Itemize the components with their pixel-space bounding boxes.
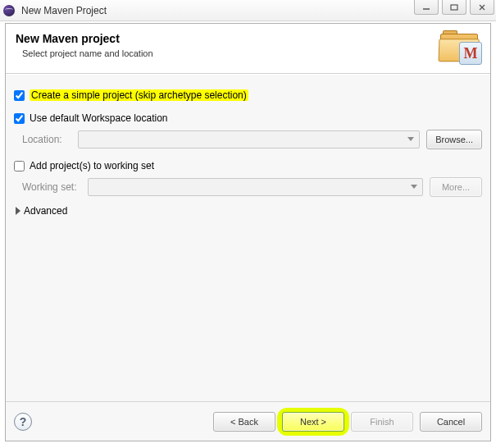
add-to-working-set-label: Add project(s) to working set xyxy=(30,160,154,171)
next-highlight: Next > xyxy=(282,412,344,432)
svg-marker-5 xyxy=(411,185,417,189)
location-row: Location: Browse... xyxy=(22,130,482,149)
working-set-combo xyxy=(88,178,423,196)
banner-title: New Maven project xyxy=(16,32,153,45)
simple-project-label: Create a simple project (skip archetype … xyxy=(30,89,248,101)
maven-project-icon: M xyxy=(438,30,480,65)
next-button[interactable]: Next > xyxy=(282,412,344,432)
eclipse-icon xyxy=(3,5,15,16)
dialog-body: Create a simple project (skip archetype … xyxy=(6,74,490,401)
dialog: New Maven project Select project name an… xyxy=(5,23,491,441)
banner-subtitle: Select project name and location xyxy=(22,48,153,58)
dropdown-icon xyxy=(404,134,417,145)
banner: New Maven project Select project name an… xyxy=(6,24,490,74)
app-icon xyxy=(3,4,16,17)
help-icon[interactable]: ? xyxy=(14,413,32,431)
simple-project-row: Create a simple project (skip archetype … xyxy=(14,87,482,103)
back-button[interactable]: < Back xyxy=(213,412,275,432)
default-location-row: Use default Workspace location xyxy=(14,110,482,126)
working-set-select-row: Working set: More... xyxy=(22,177,482,197)
expand-icon xyxy=(16,207,20,215)
svg-rect-1 xyxy=(451,5,457,10)
default-location-label: Use default Workspace location xyxy=(30,112,168,124)
maximize-button[interactable] xyxy=(442,0,466,15)
add-to-working-set-checkbox[interactable] xyxy=(14,161,25,171)
simple-project-checkbox[interactable] xyxy=(14,90,25,101)
banner-text: New Maven project Select project name an… xyxy=(16,30,153,65)
dropdown-icon xyxy=(407,181,421,193)
location-combo xyxy=(78,130,420,149)
more-button[interactable]: More... xyxy=(430,177,482,197)
minimize-button[interactable] xyxy=(414,0,439,15)
location-label: Location: xyxy=(22,134,71,145)
working-set-label: Working set: xyxy=(22,181,81,193)
browse-button[interactable]: Browse... xyxy=(426,130,482,149)
footer: ? < Back Next > Finish Cancel xyxy=(6,401,490,441)
advanced-toggle[interactable]: Advanced xyxy=(14,205,482,217)
window-controls xyxy=(414,0,494,15)
titlebar: New Maven Project xyxy=(0,0,496,21)
default-location-checkbox[interactable] xyxy=(14,113,25,124)
close-button[interactable] xyxy=(470,0,494,15)
working-set-row: Add project(s) to working set xyxy=(14,158,482,174)
cancel-button[interactable]: Cancel xyxy=(420,412,482,432)
window-title: New Maven Project xyxy=(21,5,107,16)
finish-button[interactable]: Finish xyxy=(351,412,413,432)
svg-marker-4 xyxy=(407,137,414,141)
advanced-label: Advanced xyxy=(24,205,67,217)
maven-m-icon: M xyxy=(459,42,482,65)
